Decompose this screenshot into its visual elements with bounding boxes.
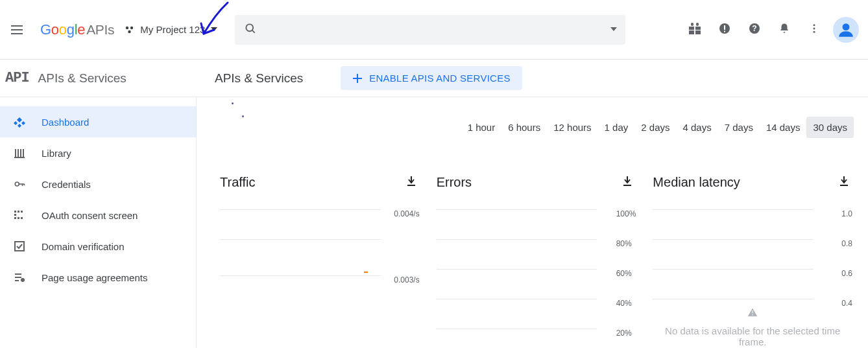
svg-marker-9 — [610, 27, 617, 31]
project-selector[interactable]: My Project 123 — [125, 24, 218, 35]
svg-point-3 — [126, 26, 128, 29]
svg-marker-29 — [21, 121, 25, 125]
tick-label: 60% — [616, 269, 632, 278]
svg-rect-13 — [695, 30, 701, 34]
library-icon — [13, 146, 26, 159]
page-title: APIs & Services — [215, 71, 303, 86]
settings-list-icon — [13, 271, 26, 284]
time-range-1-hour[interactable]: 1 hour — [461, 117, 502, 138]
time-range-14-days[interactable]: 14 days — [760, 117, 807, 138]
svg-marker-28 — [14, 121, 18, 125]
tick-label: 80% — [616, 239, 632, 248]
time-range-2-days[interactable]: 2 days — [634, 117, 676, 138]
svg-point-36 — [15, 182, 19, 186]
svg-point-21 — [814, 24, 815, 26]
svg-rect-12 — [689, 30, 694, 34]
enable-apis-label: ENABLE APIS AND SERVICES — [369, 73, 510, 84]
sidebar-item-label: Domain verification — [42, 241, 125, 252]
svg-rect-41 — [14, 214, 16, 216]
tr-label: 1 day — [605, 122, 629, 133]
time-range-6-hours[interactable]: 6 hours — [501, 117, 547, 138]
avatar[interactable] — [833, 17, 859, 43]
traffic-card: Traffic 0.004/s 0.003/s — [220, 171, 420, 339]
annotation-arrow — [192, 0, 237, 45]
svg-rect-11 — [695, 27, 701, 30]
time-range-selector: 1 hour 6 hours 12 hours 1 day 2 days 4 d… — [461, 117, 854, 138]
no-data-text: No data is available for the selected ti… — [653, 325, 852, 347]
svg-marker-27 — [17, 117, 22, 122]
sidebar: Dashboard Library Credentials OAuth cons… — [0, 97, 197, 348]
enable-apis-button[interactable]: ENABLE APIS AND SERVICES — [341, 66, 522, 90]
chart-cards: Traffic 0.004/s 0.003/s Errors — [220, 171, 852, 339]
svg-rect-40 — [14, 211, 16, 213]
download-icon[interactable] — [621, 176, 633, 190]
search-input[interactable] — [235, 15, 625, 45]
sidebar-title: APIs & Services — [38, 71, 127, 86]
tick-label: 40% — [616, 299, 632, 308]
main-content: 1 hour 6 hours 12 hours 1 day 2 days 4 d… — [197, 97, 868, 348]
sidebar-item-dashboard[interactable]: Dashboard — [0, 106, 196, 137]
tick-label: 0.6 — [841, 269, 852, 278]
svg-marker-30 — [18, 124, 21, 128]
time-range-12-hours[interactable]: 12 hours — [547, 117, 597, 138]
search-caret-down-icon[interactable] — [610, 24, 618, 36]
tr-label: 4 days — [683, 122, 712, 133]
latency-chart: 1.0 0.8 0.6 0.4 No data is available for… — [653, 209, 852, 339]
svg-rect-17 — [724, 25, 725, 30]
help-icon[interactable]: ? — [749, 23, 760, 37]
download-icon[interactable] — [838, 176, 850, 190]
sidebar-item-library[interactable]: Library — [0, 137, 196, 168]
traffic-title: Traffic — [220, 175, 255, 190]
svg-point-4 — [130, 26, 133, 29]
svg-rect-46 — [21, 217, 23, 219]
svg-rect-47 — [15, 242, 24, 251]
sidebar-title-wrap: API APIs & Services — [0, 70, 197, 86]
caret-down-icon — [210, 24, 218, 35]
project-name: My Project 123 — [140, 24, 205, 35]
google-apis-logo[interactable]: Google APIs — [40, 21, 114, 38]
time-range-7-days[interactable]: 7 days — [718, 117, 760, 138]
tick-label: 0.8 — [841, 239, 852, 248]
time-range-1-day[interactable]: 1 day — [598, 117, 635, 138]
errors-card: Errors 100% 80% 60% 40% 20% — [437, 171, 636, 339]
tick-label: 0.004/s — [394, 209, 419, 218]
time-range-30-days[interactable]: 30 days — [806, 117, 854, 138]
svg-rect-45 — [18, 217, 19, 219]
project-icon — [125, 25, 135, 35]
download-icon[interactable] — [405, 176, 417, 190]
svg-rect-14 — [691, 23, 693, 26]
errors-chart: 100% 80% 60% 40% 20% — [437, 209, 636, 339]
gift-icon[interactable] — [689, 23, 701, 37]
svg-point-24 — [843, 23, 850, 30]
search-icon — [244, 22, 257, 38]
sidebar-item-label: OAuth consent screen — [42, 210, 138, 221]
tr-label: 2 days — [641, 122, 669, 133]
svg-rect-15 — [696, 23, 699, 26]
alert-icon[interactable] — [719, 23, 730, 37]
svg-point-7 — [247, 24, 254, 31]
tr-label: 30 days — [813, 122, 847, 133]
tick-label: 100% — [616, 209, 636, 218]
svg-marker-6 — [211, 27, 217, 31]
sidebar-item-page-usage-agreements[interactable]: Page usage agreements — [0, 262, 196, 293]
sidebar-item-label: Dashboard — [42, 117, 89, 128]
sidebar-item-label: Page usage agreements — [42, 272, 147, 283]
hamburger-menu-icon[interactable] — [9, 22, 25, 38]
top-bar: Google APIs My Project 123 ? — [0, 0, 868, 60]
latency-title: Median latency — [653, 175, 740, 190]
more-vert-icon[interactable] — [808, 23, 820, 37]
tr-label: 7 days — [725, 122, 753, 133]
time-range-4-days[interactable]: 4 days — [677, 117, 718, 138]
traffic-chart: 0.004/s 0.003/s — [220, 209, 420, 339]
sidebar-item-oauth-consent[interactable]: OAuth consent screen — [0, 200, 196, 231]
api-icon: API — [5, 70, 29, 86]
key-icon — [13, 178, 26, 191]
sidebar-item-domain-verification[interactable]: Domain verification — [0, 231, 196, 262]
svg-rect-44 — [21, 211, 23, 213]
logo-apis-text: APIs — [86, 22, 114, 38]
tr-label: 6 hours — [508, 122, 540, 133]
svg-point-23 — [814, 30, 815, 32]
svg-rect-43 — [18, 211, 19, 213]
notifications-icon[interactable] — [778, 23, 790, 37]
sidebar-item-credentials[interactable]: Credentials — [0, 168, 196, 200]
